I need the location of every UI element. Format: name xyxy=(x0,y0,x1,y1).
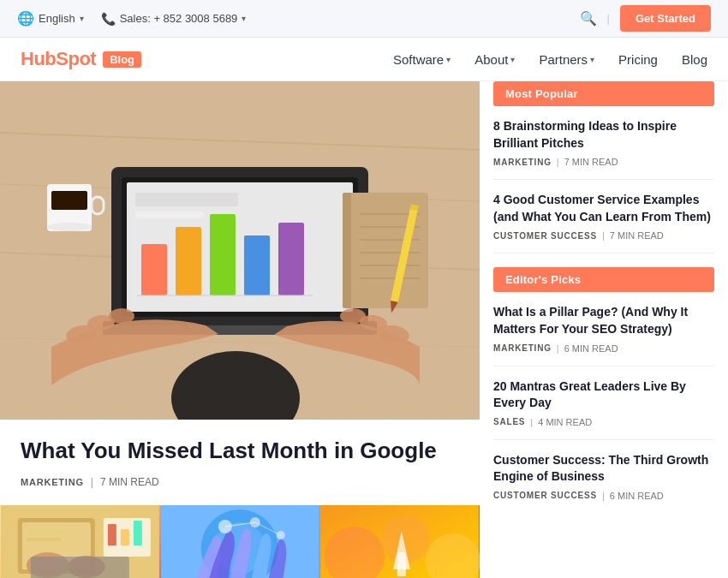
nav-link-blog[interactable]: Blog xyxy=(682,52,707,67)
sidebar-editors-item-1-title[interactable]: What Is a Pillar Page? (And Why It Matte… xyxy=(493,304,714,337)
featured-meta: MARKETING | 7 MIN READ xyxy=(21,476,459,488)
svg-rect-44 xyxy=(27,545,78,548)
sidebar-editors-item-3-meta: CUSTOMER SUCCESS | 6 MIN READ xyxy=(493,491,714,501)
top-bar: 🌐 English ▾ 📞 Sales: + 852 3008 5689 ▾ 🔍… xyxy=(0,0,728,38)
nav-link-partners-label: Partners xyxy=(539,52,588,67)
logo-text: HubSpot xyxy=(21,48,96,70)
about-chevron-icon: ▾ xyxy=(510,55,515,64)
svg-point-8 xyxy=(47,223,92,231)
nav-link-about-label: About xyxy=(474,52,508,67)
sidebar-item-1-read: 7 MIN READ xyxy=(564,157,618,167)
globe-icon: 🌐 xyxy=(17,10,34,27)
bottom-cards xyxy=(0,505,480,578)
nav-link-about[interactable]: About ▾ xyxy=(474,52,515,67)
sidebar-most-popular-item-1: 8 Brainstorming Ideas to Inspire Brillia… xyxy=(493,106,714,180)
sidebar-editors-item-1-sep: | xyxy=(557,343,559,354)
sidebar-item-2-title[interactable]: 4 Good Customer Service Examples (and Wh… xyxy=(493,192,714,225)
featured-title[interactable]: What You Missed Last Month in Google xyxy=(21,437,459,466)
sidebar-item-2-meta: CUSTOMER SUCCESS | 7 MIN READ xyxy=(493,230,714,241)
sidebar-editors-item-3-sep: | xyxy=(602,491,605,501)
sidebar-most-popular-item-2: 4 Good Customer Service Examples (and Wh… xyxy=(493,180,714,253)
bottom-card-2[interactable] xyxy=(160,505,320,578)
featured-image-inner xyxy=(0,81,480,420)
editors-picks-header: Editor's Picks xyxy=(493,267,714,292)
editors-picks-label: Editor's Picks xyxy=(505,273,581,286)
nav-link-software-label: Software xyxy=(393,52,444,67)
most-popular-label: Most Popular xyxy=(505,87,578,100)
svg-rect-14 xyxy=(176,227,201,295)
featured-text: What You Missed Last Month in Google MAR… xyxy=(0,420,480,505)
blog-badge: Blog xyxy=(103,51,141,68)
card-image-1 xyxy=(0,505,160,578)
sidebar-item-1-sep: | xyxy=(557,157,559,167)
svg-rect-16 xyxy=(244,235,270,295)
sidebar-item-2-tag: CUSTOMER SUCCESS xyxy=(493,231,597,241)
sidebar-editors-item-2-tag: SALES xyxy=(493,417,525,426)
lang-chevron-icon: ▾ xyxy=(80,14,84,23)
svg-rect-15 xyxy=(210,214,236,295)
sidebar-editors-item-2-read: 4 MIN READ xyxy=(538,417,592,427)
main-nav: HubSpot Blog Software ▾ About ▾ Partners… xyxy=(0,38,728,81)
sales-label: Sales: + 852 3008 5689 xyxy=(120,12,238,25)
language-selector[interactable]: 🌐 English ▾ xyxy=(17,10,84,27)
card-image-3 xyxy=(319,505,480,578)
language-label: English xyxy=(39,12,75,25)
sales-chevron-icon: ▾ xyxy=(242,14,246,23)
nav-link-software[interactable]: Software ▾ xyxy=(393,52,451,67)
partners-chevron-icon: ▾ xyxy=(590,55,594,64)
bottom-card-3[interactable] xyxy=(319,505,480,578)
sidebar-item-1-title[interactable]: 8 Brainstorming Ideas to Inspire Brillia… xyxy=(493,118,714,152)
left-column: What You Missed Last Month in Google MAR… xyxy=(0,81,480,578)
sidebar-editors-item-1: What Is a Pillar Page? (And Why It Matte… xyxy=(493,292,714,366)
card-image-2 xyxy=(160,505,320,578)
nav-link-pricing[interactable]: Pricing xyxy=(618,52,658,67)
sidebar-editors-item-2-sep: | xyxy=(530,417,533,427)
svg-rect-22 xyxy=(343,193,351,308)
most-popular-header: Most Popular xyxy=(493,81,714,106)
sidebar-editors-item-2-title[interactable]: 20 Mantras Great Leaders Live By Every D… xyxy=(493,378,714,412)
bottom-card-1[interactable] xyxy=(0,505,160,578)
logo-spot: Spot xyxy=(56,48,96,69)
sidebar-editors-item-2-meta: SALES | 4 MIN READ xyxy=(493,417,714,427)
svg-rect-51 xyxy=(134,521,142,545)
sidebar-gap xyxy=(493,253,714,267)
svg-rect-49 xyxy=(108,524,116,545)
svg-rect-47 xyxy=(31,557,129,578)
get-started-button[interactable]: Get Started xyxy=(620,5,711,32)
svg-rect-17 xyxy=(278,223,304,295)
sidebar-item-1-tag: MARKETING xyxy=(493,158,552,167)
sidebar-item-1-meta: MARKETING | 7 MIN READ xyxy=(493,157,714,167)
phone-icon: 📞 xyxy=(101,12,116,26)
main-content: What You Missed Last Month in Google MAR… xyxy=(0,81,728,578)
featured-tag: MARKETING xyxy=(21,477,84,487)
svg-rect-50 xyxy=(121,529,129,545)
svg-rect-42 xyxy=(27,529,69,534)
sidebar-item-2-sep: | xyxy=(602,230,605,241)
featured-read-time: 7 MIN READ xyxy=(100,476,159,488)
nav-link-partners[interactable]: Partners ▾ xyxy=(539,52,594,67)
svg-rect-43 xyxy=(27,538,61,541)
svg-rect-65 xyxy=(397,552,406,576)
nav-link-pricing-label: Pricing xyxy=(618,52,658,67)
nav-link-blog-label: Blog xyxy=(682,52,707,67)
nav-links: Software ▾ About ▾ Partners ▾ Pricing Bl… xyxy=(393,52,707,67)
featured-illustration xyxy=(0,81,480,420)
right-sidebar: Most Popular 8 Brainstorming Ideas to In… xyxy=(480,81,728,578)
sidebar-editors-item-2: 20 Mantras Great Leaders Live By Every D… xyxy=(493,366,714,440)
sidebar-editors-item-3-tag: CUSTOMER SUCCESS xyxy=(493,491,597,500)
sidebar-editors-item-1-read: 6 MIN READ xyxy=(564,343,618,354)
svg-rect-20 xyxy=(135,212,204,218)
sales-number: 📞 Sales: + 852 3008 5689 ▾ xyxy=(101,12,247,26)
featured-image[interactable] xyxy=(0,81,480,420)
svg-rect-19 xyxy=(135,193,238,206)
search-button[interactable]: 🔍 xyxy=(580,10,597,27)
sidebar-editors-item-3-title[interactable]: Customer Success: The Third Growth Engin… xyxy=(493,452,714,486)
top-bar-right: 🔍 | Get Started xyxy=(580,5,711,32)
svg-rect-13 xyxy=(141,244,167,295)
sidebar-item-2-read: 7 MIN READ xyxy=(610,230,664,241)
sidebar-editors-item-3-read: 6 MIN READ xyxy=(610,491,664,501)
top-bar-left: 🌐 English ▾ 📞 Sales: + 852 3008 5689 ▾ xyxy=(17,10,246,27)
sidebar-editors-item-1-meta: MARKETING | 6 MIN READ xyxy=(493,343,714,354)
svg-point-35 xyxy=(109,308,134,324)
logo[interactable]: HubSpot Blog xyxy=(21,48,141,70)
